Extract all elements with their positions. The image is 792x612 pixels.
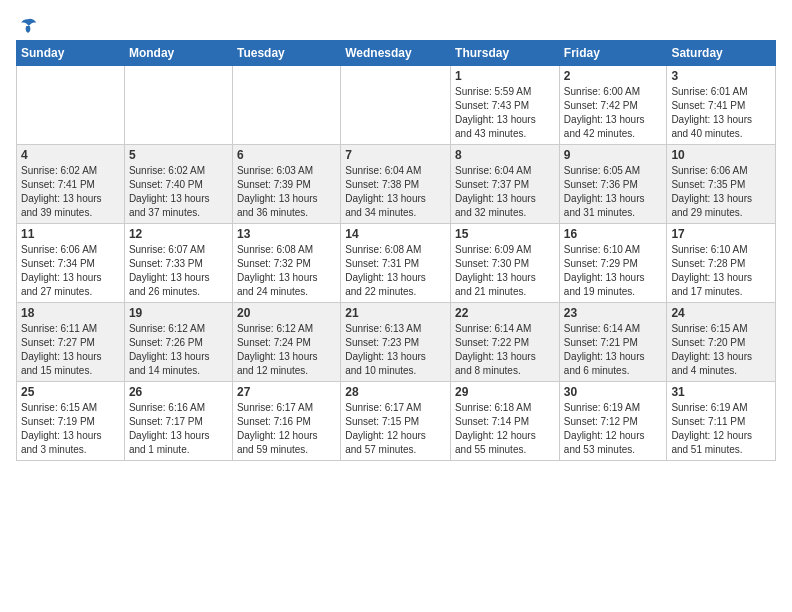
calendar-week-row: 4Sunrise: 6:02 AM Sunset: 7:41 PM Daylig… xyxy=(17,145,776,224)
calendar-cell: 10Sunrise: 6:06 AM Sunset: 7:35 PM Dayli… xyxy=(667,145,776,224)
day-number: 31 xyxy=(671,385,771,399)
calendar-cell: 1Sunrise: 5:59 AM Sunset: 7:43 PM Daylig… xyxy=(451,66,560,145)
day-number: 11 xyxy=(21,227,120,241)
day-number: 12 xyxy=(129,227,228,241)
page-header xyxy=(16,16,776,32)
calendar-cell: 13Sunrise: 6:08 AM Sunset: 7:32 PM Dayli… xyxy=(232,224,340,303)
day-info: Sunrise: 6:08 AM Sunset: 7:31 PM Dayligh… xyxy=(345,243,446,299)
day-number: 26 xyxy=(129,385,228,399)
day-info: Sunrise: 6:19 AM Sunset: 7:11 PM Dayligh… xyxy=(671,401,771,457)
logo-bird-icon xyxy=(18,16,38,36)
day-number: 16 xyxy=(564,227,663,241)
calendar-cell: 27Sunrise: 6:17 AM Sunset: 7:16 PM Dayli… xyxy=(232,382,340,461)
calendar-cell: 11Sunrise: 6:06 AM Sunset: 7:34 PM Dayli… xyxy=(17,224,125,303)
day-number: 9 xyxy=(564,148,663,162)
day-info: Sunrise: 6:02 AM Sunset: 7:40 PM Dayligh… xyxy=(129,164,228,220)
day-info: Sunrise: 6:11 AM Sunset: 7:27 PM Dayligh… xyxy=(21,322,120,378)
day-info: Sunrise: 6:02 AM Sunset: 7:41 PM Dayligh… xyxy=(21,164,120,220)
day-info: Sunrise: 6:04 AM Sunset: 7:37 PM Dayligh… xyxy=(455,164,555,220)
day-number: 14 xyxy=(345,227,446,241)
day-info: Sunrise: 6:15 AM Sunset: 7:20 PM Dayligh… xyxy=(671,322,771,378)
calendar-header-thursday: Thursday xyxy=(451,41,560,66)
day-number: 25 xyxy=(21,385,120,399)
calendar-header-saturday: Saturday xyxy=(667,41,776,66)
calendar-cell: 30Sunrise: 6:19 AM Sunset: 7:12 PM Dayli… xyxy=(559,382,667,461)
day-number: 23 xyxy=(564,306,663,320)
calendar-cell: 16Sunrise: 6:10 AM Sunset: 7:29 PM Dayli… xyxy=(559,224,667,303)
calendar-cell: 17Sunrise: 6:10 AM Sunset: 7:28 PM Dayli… xyxy=(667,224,776,303)
calendar-cell: 8Sunrise: 6:04 AM Sunset: 7:37 PM Daylig… xyxy=(451,145,560,224)
day-number: 28 xyxy=(345,385,446,399)
day-number: 6 xyxy=(237,148,336,162)
day-info: Sunrise: 6:10 AM Sunset: 7:29 PM Dayligh… xyxy=(564,243,663,299)
calendar-cell: 25Sunrise: 6:15 AM Sunset: 7:19 PM Dayli… xyxy=(17,382,125,461)
calendar-cell: 2Sunrise: 6:00 AM Sunset: 7:42 PM Daylig… xyxy=(559,66,667,145)
calendar-cell: 26Sunrise: 6:16 AM Sunset: 7:17 PM Dayli… xyxy=(124,382,232,461)
day-number: 3 xyxy=(671,69,771,83)
calendar-cell: 5Sunrise: 6:02 AM Sunset: 7:40 PM Daylig… xyxy=(124,145,232,224)
day-info: Sunrise: 6:04 AM Sunset: 7:38 PM Dayligh… xyxy=(345,164,446,220)
day-info: Sunrise: 6:14 AM Sunset: 7:22 PM Dayligh… xyxy=(455,322,555,378)
day-number: 18 xyxy=(21,306,120,320)
day-number: 19 xyxy=(129,306,228,320)
calendar-cell xyxy=(17,66,125,145)
calendar-cell: 7Sunrise: 6:04 AM Sunset: 7:38 PM Daylig… xyxy=(341,145,451,224)
calendar-header-tuesday: Tuesday xyxy=(232,41,340,66)
calendar-header-monday: Monday xyxy=(124,41,232,66)
calendar-cell: 6Sunrise: 6:03 AM Sunset: 7:39 PM Daylig… xyxy=(232,145,340,224)
day-info: Sunrise: 6:00 AM Sunset: 7:42 PM Dayligh… xyxy=(564,85,663,141)
day-number: 21 xyxy=(345,306,446,320)
calendar-cell: 4Sunrise: 6:02 AM Sunset: 7:41 PM Daylig… xyxy=(17,145,125,224)
day-info: Sunrise: 6:17 AM Sunset: 7:15 PM Dayligh… xyxy=(345,401,446,457)
calendar-cell: 31Sunrise: 6:19 AM Sunset: 7:11 PM Dayli… xyxy=(667,382,776,461)
day-info: Sunrise: 6:10 AM Sunset: 7:28 PM Dayligh… xyxy=(671,243,771,299)
day-number: 7 xyxy=(345,148,446,162)
calendar-cell xyxy=(341,66,451,145)
day-info: Sunrise: 6:18 AM Sunset: 7:14 PM Dayligh… xyxy=(455,401,555,457)
day-info: Sunrise: 6:03 AM Sunset: 7:39 PM Dayligh… xyxy=(237,164,336,220)
day-info: Sunrise: 5:59 AM Sunset: 7:43 PM Dayligh… xyxy=(455,85,555,141)
calendar-week-row: 18Sunrise: 6:11 AM Sunset: 7:27 PM Dayli… xyxy=(17,303,776,382)
day-number: 29 xyxy=(455,385,555,399)
day-info: Sunrise: 6:15 AM Sunset: 7:19 PM Dayligh… xyxy=(21,401,120,457)
day-number: 8 xyxy=(455,148,555,162)
calendar-cell: 18Sunrise: 6:11 AM Sunset: 7:27 PM Dayli… xyxy=(17,303,125,382)
calendar-cell: 9Sunrise: 6:05 AM Sunset: 7:36 PM Daylig… xyxy=(559,145,667,224)
day-info: Sunrise: 6:12 AM Sunset: 7:26 PM Dayligh… xyxy=(129,322,228,378)
calendar-week-row: 1Sunrise: 5:59 AM Sunset: 7:43 PM Daylig… xyxy=(17,66,776,145)
day-info: Sunrise: 6:01 AM Sunset: 7:41 PM Dayligh… xyxy=(671,85,771,141)
calendar-cell: 19Sunrise: 6:12 AM Sunset: 7:26 PM Dayli… xyxy=(124,303,232,382)
day-info: Sunrise: 6:06 AM Sunset: 7:34 PM Dayligh… xyxy=(21,243,120,299)
day-number: 20 xyxy=(237,306,336,320)
calendar-cell: 24Sunrise: 6:15 AM Sunset: 7:20 PM Dayli… xyxy=(667,303,776,382)
day-info: Sunrise: 6:19 AM Sunset: 7:12 PM Dayligh… xyxy=(564,401,663,457)
day-number: 30 xyxy=(564,385,663,399)
day-info: Sunrise: 6:12 AM Sunset: 7:24 PM Dayligh… xyxy=(237,322,336,378)
logo xyxy=(16,16,38,32)
calendar-header-wednesday: Wednesday xyxy=(341,41,451,66)
calendar-cell: 29Sunrise: 6:18 AM Sunset: 7:14 PM Dayli… xyxy=(451,382,560,461)
day-number: 24 xyxy=(671,306,771,320)
calendar-cell: 23Sunrise: 6:14 AM Sunset: 7:21 PM Dayli… xyxy=(559,303,667,382)
calendar-cell xyxy=(124,66,232,145)
day-number: 27 xyxy=(237,385,336,399)
day-info: Sunrise: 6:07 AM Sunset: 7:33 PM Dayligh… xyxy=(129,243,228,299)
calendar-header-friday: Friday xyxy=(559,41,667,66)
calendar-week-row: 11Sunrise: 6:06 AM Sunset: 7:34 PM Dayli… xyxy=(17,224,776,303)
day-info: Sunrise: 6:17 AM Sunset: 7:16 PM Dayligh… xyxy=(237,401,336,457)
calendar-cell: 15Sunrise: 6:09 AM Sunset: 7:30 PM Dayli… xyxy=(451,224,560,303)
day-info: Sunrise: 6:09 AM Sunset: 7:30 PM Dayligh… xyxy=(455,243,555,299)
day-number: 15 xyxy=(455,227,555,241)
calendar-cell: 20Sunrise: 6:12 AM Sunset: 7:24 PM Dayli… xyxy=(232,303,340,382)
day-number: 1 xyxy=(455,69,555,83)
calendar-week-row: 25Sunrise: 6:15 AM Sunset: 7:19 PM Dayli… xyxy=(17,382,776,461)
calendar-header-sunday: Sunday xyxy=(17,41,125,66)
calendar-cell: 28Sunrise: 6:17 AM Sunset: 7:15 PM Dayli… xyxy=(341,382,451,461)
day-number: 22 xyxy=(455,306,555,320)
day-number: 4 xyxy=(21,148,120,162)
day-info: Sunrise: 6:06 AM Sunset: 7:35 PM Dayligh… xyxy=(671,164,771,220)
day-number: 5 xyxy=(129,148,228,162)
day-info: Sunrise: 6:16 AM Sunset: 7:17 PM Dayligh… xyxy=(129,401,228,457)
day-info: Sunrise: 6:08 AM Sunset: 7:32 PM Dayligh… xyxy=(237,243,336,299)
day-number: 13 xyxy=(237,227,336,241)
